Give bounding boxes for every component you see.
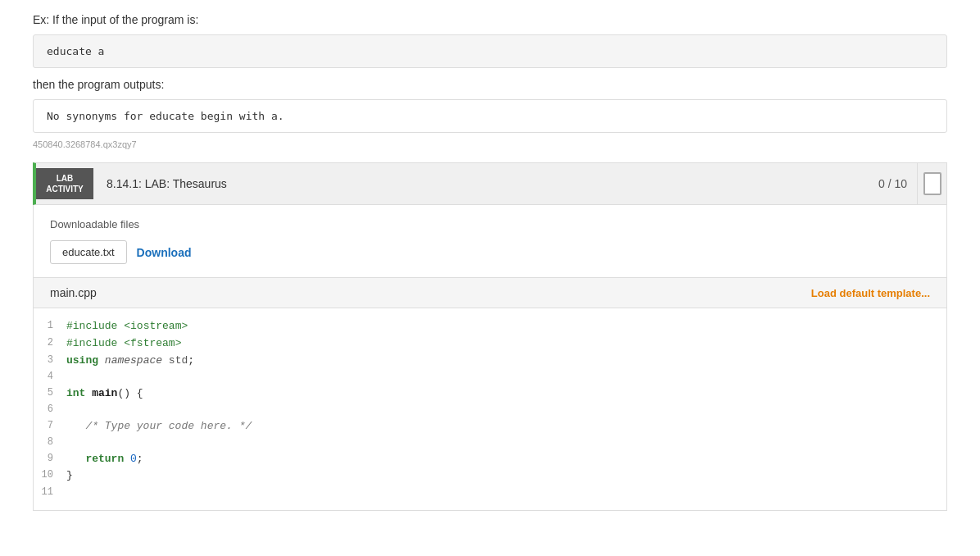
input-example-block: educate a [33,34,947,68]
line-number: 11 [34,485,66,500]
line-number: 3 [34,353,66,368]
file-download-row: educate.txt Download [50,240,930,264]
lab-badge-line2: ACTIVITY [44,184,85,194]
code-line: 2 #include <fstream> [34,335,946,353]
line-number: 2 [34,335,66,351]
input-example-value: educate a [47,45,104,57]
line-number: 5 [34,385,66,401]
code-line: 11 [34,485,946,500]
flag-button[interactable] [917,163,946,204]
tracking-id: 450840.3268784.qx3zqy7 [33,139,947,149]
flag-icon [923,172,941,195]
lab-badge-line1: LAB [44,173,85,184]
downloadable-title: Downloadable files [50,218,930,230]
code-line: 6 [34,402,946,417]
line-number: 9 [34,451,66,467]
line-content: using namespace std; [66,353,946,370]
line-number: 6 [34,402,66,417]
code-editor-header: main.cpp Load default template... [34,278,946,308]
downloadable-section: Downloadable files educate.txt Download [33,205,947,278]
svg-rect-0 [924,173,941,194]
example-prefix: Ex: If the input of the program is: [33,13,947,26]
output-example-block: No synonyms for educate begin with a. [33,99,947,133]
line-content: /* Type your code here. */ [66,418,946,435]
lab-badge: LAB ACTIVITY [36,168,93,199]
output-prefix: then the program outputs: [33,78,947,91]
lab-title: 8.14.1: LAB: Thesaurus [93,177,869,190]
load-default-link[interactable]: Load default template... [811,287,930,299]
code-line: 9 return 0; [34,451,946,468]
code-area[interactable]: 1 #include <iostream> 2 #include <fstrea… [34,308,946,510]
lab-score: 0 / 10 [869,177,917,190]
line-content: } [66,467,946,485]
code-line: 8 [34,435,946,450]
output-example-value: No synonyms for educate begin with a. [47,110,284,122]
code-editor-wrapper: main.cpp Load default template... 1 #inc… [33,278,947,511]
line-number: 8 [34,435,66,450]
line-number: 1 [34,318,66,334]
code-line: 10 } [34,467,946,485]
line-number: 7 [34,418,66,434]
lab-activity-bar: LAB ACTIVITY 8.14.1: LAB: Thesaurus 0 / … [33,162,947,205]
line-number: 4 [34,369,66,385]
line-content: #include <iostream> [66,318,946,335]
code-line: 4 [34,369,946,385]
line-content: int main() { [66,385,946,403]
line-content: return 0; [66,451,946,468]
code-line: 5 int main() { [34,385,946,403]
code-line: 1 #include <iostream> [34,318,946,335]
code-line: 7 /* Type your code here. */ [34,418,946,435]
code-filename: main.cpp [50,286,97,299]
download-link[interactable]: Download [137,246,192,259]
code-line: 3 using namespace std; [34,353,946,370]
line-number: 10 [34,467,66,483]
file-name-box: educate.txt [50,240,127,264]
line-content: #include <fstream> [66,335,946,353]
